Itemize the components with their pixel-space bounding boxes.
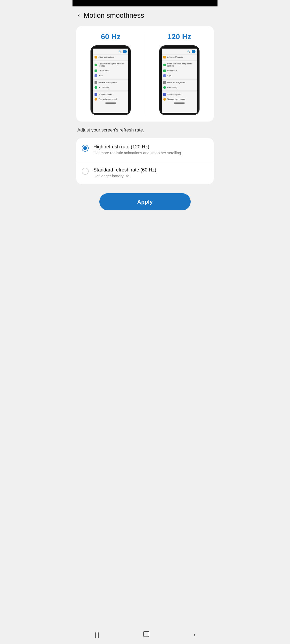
radio-inner-high	[83, 146, 87, 150]
list-item: Software update	[162, 92, 197, 97]
phone-mockup-60hz: 🔍 Advanced features Digital Wellbeing an…	[90, 45, 131, 115]
list-item: Accessibility	[93, 85, 128, 90]
list-item: Advanced features	[93, 55, 128, 60]
list-item: Accessibility	[162, 85, 197, 90]
list-item: Digital Wellbeing and parental controls	[162, 62, 197, 68]
phone-col-120hz: 120 Hz 🔍 Advanced features Digi	[149, 32, 210, 115]
list-item: General management	[93, 80, 128, 85]
apply-button-wrap: Apply	[73, 184, 218, 218]
search-icon: 🔍	[187, 50, 190, 53]
description-text: Adjust your screen's refresh rate.	[73, 122, 218, 137]
radio-standard[interactable]	[82, 168, 89, 175]
list-item: Device care	[162, 68, 197, 73]
apply-button[interactable]: Apply	[99, 193, 191, 210]
header: ‹ Motion smoothness	[73, 6, 218, 23]
option-text-high: High refresh rate (120 Hz) Get more real…	[93, 144, 208, 155]
options-card: High refresh rate (120 Hz) Get more real…	[76, 138, 214, 184]
list-item: Software update	[93, 92, 128, 97]
phone-col-60hz: 60 Hz 🔍 Advanced features	[81, 32, 141, 115]
option-title-standard: Standard refresh rate (60 Hz)	[93, 167, 208, 173]
comparison-card: 60 Hz 🔍 Advanced features	[76, 26, 214, 122]
list-item: Advanced features	[162, 55, 197, 60]
radio-high[interactable]	[82, 145, 89, 152]
list-item: Tips and user manual	[93, 97, 128, 102]
list-item: Apps	[162, 73, 197, 78]
option-text-standard: Standard refresh rate (60 Hz) Get longer…	[93, 167, 208, 178]
comparison-divider	[145, 32, 145, 115]
hz-label-120: 120 Hz	[167, 32, 191, 41]
page-title: Motion smoothness	[84, 11, 144, 20]
status-bar	[73, 0, 218, 6]
phone-mockup-120hz: 🔍 Advanced features Digital Wellbeing an…	[159, 45, 200, 115]
list-item: Device care	[93, 68, 128, 73]
option-standard-refresh[interactable]: Standard refresh rate (60 Hz) Get longer…	[76, 161, 214, 184]
list-item: Digital Wellbeing and parental controls	[93, 62, 128, 68]
list-item: Tips and user manual	[162, 97, 197, 102]
option-subtitle-standard: Get longer battery life.	[93, 174, 208, 178]
hz-label-60: 60 Hz	[101, 32, 121, 41]
avatar-icon	[123, 50, 127, 53]
option-title-high: High refresh rate (120 Hz)	[93, 144, 208, 150]
avatar-icon	[192, 50, 195, 53]
option-high-refresh[interactable]: High refresh rate (120 Hz) Get more real…	[76, 138, 214, 161]
back-button[interactable]: ‹	[78, 13, 80, 19]
search-icon: 🔍	[118, 50, 122, 53]
option-subtitle-high: Get more realistic animations and smooth…	[93, 151, 208, 155]
list-item: Apps	[93, 73, 128, 78]
list-item: General management	[162, 80, 197, 85]
